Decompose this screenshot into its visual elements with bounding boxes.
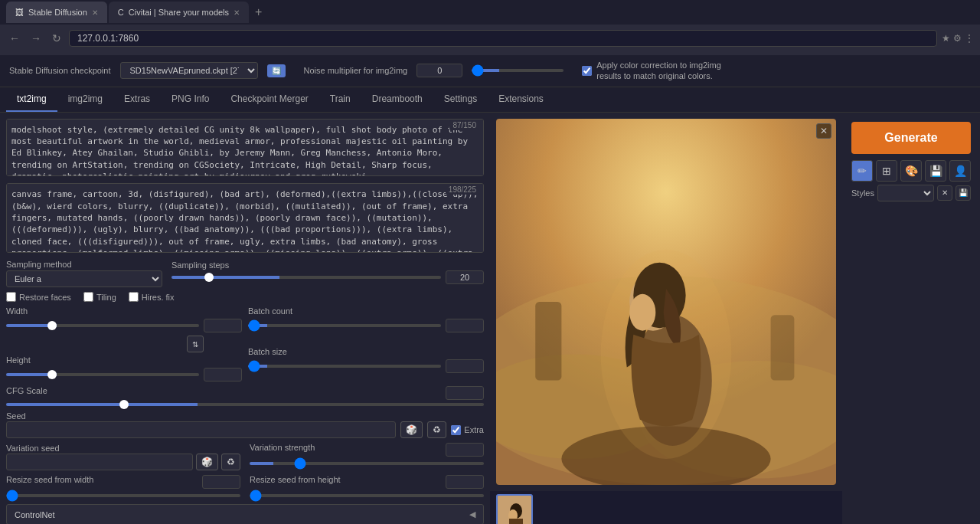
styles-clear-btn[interactable]: ✕: [937, 185, 952, 201]
back-button[interactable]: ←: [6, 31, 23, 46]
sampling-steps-label: Sampling steps: [172, 260, 229, 270]
seed-label: Seed: [6, 411, 26, 421]
browser-chrome: 🖼 Stable Diffusion ✕ C Civitai | Share y…: [0, 0, 980, 55]
controlnet-accordion[interactable]: ControlNet ◀: [6, 504, 484, 524]
menu-button[interactable]: ⋮: [965, 33, 974, 44]
tab-extensions[interactable]: Extensions: [488, 87, 554, 112]
forward-button[interactable]: →: [28, 31, 44, 46]
batch-size-input[interactable]: 1: [446, 359, 484, 373]
reload-button[interactable]: ↻: [49, 31, 64, 46]
sampling-method-group: Sampling method Euler a: [6, 260, 162, 287]
tab-img2img[interactable]: img2img: [57, 87, 113, 112]
positive-prompt-textarea[interactable]: modelshoot style, (extremely detailed CG…: [6, 119, 484, 177]
thumbnail-image: [498, 496, 533, 524]
resize-width-input[interactable]: 0: [202, 475, 240, 489]
close-image-btn[interactable]: ✕: [816, 123, 831, 139]
checkpoint-select[interactable]: SD15NewVAEpruned.ckpt [27a4ac756c]: [120, 62, 258, 79]
height-slider[interactable]: [6, 373, 199, 376]
link-dimensions-btn[interactable]: ⇅: [187, 336, 204, 352]
resize-width-slider[interactable]: [6, 494, 240, 497]
svg-point-11: [601, 249, 732, 458]
variation-seed-reuse-btn[interactable]: ♻: [221, 454, 240, 470]
variation-seed-input[interactable]: -1: [6, 454, 193, 470]
width-input[interactable]: 512: [204, 319, 242, 332]
cfg-label-row: CFG Scale 8: [6, 386, 484, 400]
width-label: Width: [6, 306, 242, 316]
tab-close-civitai[interactable]: ✕: [234, 8, 240, 17]
checkpoint-refresh-btn[interactable]: 🔄: [267, 64, 286, 77]
resize-width-label: Resize seed from width: [6, 475, 93, 489]
variation-seed-label: Variation seed: [6, 444, 60, 453]
tiling-checkbox[interactable]: [83, 292, 93, 302]
color-btn[interactable]: 🎨: [900, 160, 922, 182]
tab-checkpoint-merger[interactable]: Checkpoint Merger: [220, 87, 318, 112]
steps-slider-row: 20: [172, 270, 484, 284]
styles-row: Styles ✕ 💾: [851, 185, 971, 201]
styles-save-btn[interactable]: 💾: [956, 185, 971, 201]
noise-slider-wrap: [472, 69, 564, 72]
color-correct-checkbox[interactable]: [582, 66, 592, 76]
image-area: ✕: [490, 113, 842, 524]
variation-seed-random-btn[interactable]: 🎲: [196, 454, 218, 470]
seed-random-btn[interactable]: 🎲: [400, 421, 423, 438]
new-tab-button[interactable]: +: [250, 5, 266, 19]
tab-png-info[interactable]: PNG Info: [161, 87, 220, 112]
user-btn[interactable]: 👤: [949, 160, 971, 182]
width-group: Width 512: [6, 306, 242, 332]
negative-prompt-textarea[interactable]: canvas frame, cartoon, 3d, (disfigured),…: [6, 183, 484, 253]
generate-button[interactable]: Generate: [851, 122, 971, 154]
tab-civitai[interactable]: C Civitai | Share your models ✕: [109, 2, 249, 23]
width-slider[interactable]: [6, 324, 199, 327]
resize-height-input[interactable]: 0: [446, 475, 484, 489]
sampling-method-select[interactable]: Euler a: [6, 270, 162, 287]
variation-row: Variation seed -1 🎲 ♻ Variation strength…: [6, 443, 484, 470]
negative-prompt-container: 198/225 canvas frame, cartoon, 3d, (disf…: [6, 183, 484, 255]
tab-settings[interactable]: Settings: [433, 87, 488, 112]
variation-strength-input[interactable]: 0.2: [446, 443, 484, 457]
address-bar[interactable]: [69, 30, 937, 47]
batch-size-row: 1: [248, 359, 484, 373]
thumbnail-item[interactable]: [496, 494, 533, 524]
batch-count-slider[interactable]: [248, 324, 441, 327]
restore-faces-item: Restore faces: [6, 292, 71, 302]
noise-slider[interactable]: [472, 69, 564, 72]
hires-fix-checkbox[interactable]: [129, 292, 139, 302]
tab-extras[interactable]: Extras: [113, 87, 161, 112]
cfg-scale-slider[interactable]: [6, 403, 484, 406]
resize-seed-row: Resize seed from width 0 Resize seed fro…: [6, 475, 484, 499]
variation-strength-label: Variation strength: [250, 443, 315, 457]
width-slider-row: 512: [6, 319, 242, 332]
seed-input[interactable]: 1476462546: [6, 421, 396, 438]
batch-size-slider[interactable]: [248, 365, 441, 368]
restore-faces-checkbox[interactable]: [6, 292, 16, 302]
paint-brush-btn[interactable]: ✏: [851, 160, 873, 182]
tab-txt2img[interactable]: txt2img: [6, 87, 57, 112]
cfg-scale-input[interactable]: 8: [446, 386, 484, 400]
bookmark-button[interactable]: ★: [942, 33, 950, 44]
tab-dreambooth[interactable]: Dreambooth: [361, 87, 433, 112]
tab-close-btn[interactable]: ✕: [92, 8, 98, 17]
noise-input[interactable]: [416, 64, 462, 77]
variation-strength-slider[interactable]: [250, 462, 484, 465]
tiling-item: Tiling: [83, 292, 116, 302]
sampling-steps-slider[interactable]: [172, 276, 441, 279]
variation-strength-label-row: Variation strength 0.2: [250, 443, 484, 457]
height-label: Height: [6, 355, 242, 365]
sampling-steps-input[interactable]: 20: [446, 270, 484, 284]
tab-stable-diffusion[interactable]: 🖼 Stable Diffusion ✕: [6, 2, 107, 23]
sampling-method-label: Sampling method: [6, 260, 162, 269]
resize-height-slider[interactable]: [250, 494, 484, 497]
tab-train[interactable]: Train: [319, 87, 361, 112]
batch-count-input[interactable]: 1: [446, 319, 484, 332]
grid-btn[interactable]: ⊞: [876, 160, 897, 182]
extensions-button[interactable]: ⚙: [953, 33, 962, 44]
svg-rect-5: [771, 315, 795, 380]
extra-seed-checkbox[interactable]: [451, 425, 461, 435]
styles-select[interactable]: [877, 185, 934, 201]
tab-favicon: 🖼: [15, 8, 24, 17]
generated-image-svg: [496, 119, 836, 485]
height-input[interactable]: 512: [204, 368, 242, 382]
save-tool-btn[interactable]: 💾: [925, 160, 946, 182]
seed-reuse-btn[interactable]: ♻: [427, 421, 446, 438]
variation-seed-group: Variation seed -1 🎲 ♻: [6, 443, 240, 470]
